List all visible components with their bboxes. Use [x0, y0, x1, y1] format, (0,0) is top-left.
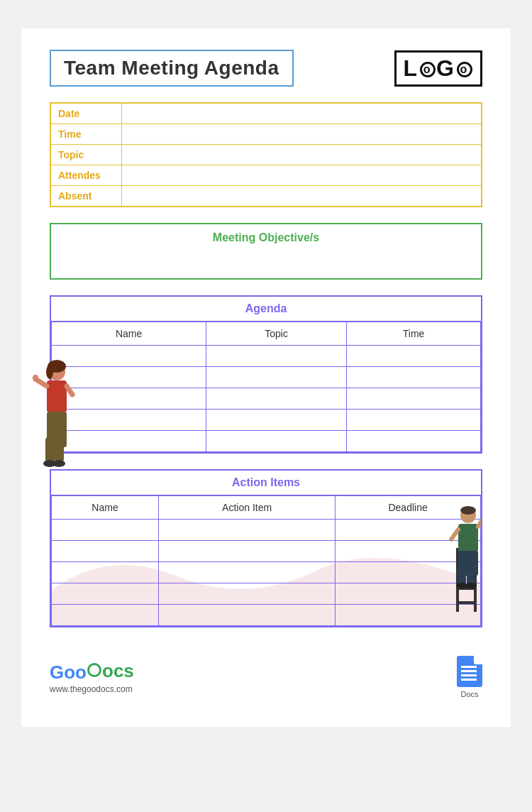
action-table: Name Action Item Deadline — [51, 495, 481, 626]
agenda-header-row: Name Topic Time — [52, 322, 481, 346]
svg-line-22 — [478, 512, 482, 527]
action-title: Action Items — [51, 471, 481, 495]
logo: LoGo — [394, 50, 482, 87]
footer-brand: Goo ocs www.thegoodocs.com — [50, 660, 134, 695]
svg-line-4 — [35, 379, 47, 386]
svg-line-21 — [451, 530, 458, 539]
agenda-title: Agenda — [51, 297, 481, 322]
table-row — [52, 583, 481, 605]
table-row — [52, 605, 481, 626]
table-row — [52, 388, 481, 410]
svg-rect-25 — [458, 566, 466, 584]
objectives-section: Meeting Objective/s — [50, 223, 482, 280]
logo-o1: o — [420, 62, 436, 77]
svg-line-5 — [67, 386, 72, 395]
table-row — [52, 520, 481, 541]
label-topic: Topic — [50, 145, 121, 165]
value-time — [121, 124, 482, 145]
logo-good: Goo — [50, 661, 87, 682]
logo-o2: o — [457, 62, 472, 77]
label-date: Date — [50, 103, 121, 124]
action-col-item: Action Item — [159, 496, 336, 520]
woman-svg — [30, 359, 79, 473]
label-absent: Absent — [50, 186, 121, 207]
logo-docs: ocs — [87, 660, 134, 682]
agenda-col-name: Name — [52, 322, 206, 346]
table-row — [52, 410, 481, 431]
value-topic — [121, 145, 482, 165]
svg-rect-3 — [47, 380, 67, 412]
svg-rect-8 — [55, 437, 64, 462]
page: Team Meeting Agenda LoGo Date Time Topic… — [21, 28, 511, 727]
gooddocs-logo-text: Goo ocs — [50, 660, 134, 684]
svg-point-2 — [46, 365, 53, 379]
svg-point-11 — [33, 375, 38, 380]
docs-icon: Docs — [457, 656, 482, 698]
logo-d-circle — [87, 663, 101, 677]
value-date — [121, 103, 482, 124]
table-row — [52, 562, 481, 583]
header: Team Meeting Agenda LoGo — [50, 50, 482, 87]
svg-rect-26 — [467, 566, 475, 584]
table-row: Topic — [50, 145, 482, 165]
man-illustration — [445, 505, 482, 612]
docs-icon-image — [457, 656, 482, 687]
table-row: Date — [50, 103, 482, 124]
agenda-section: Agenda Name Topic Time — [50, 295, 482, 454]
table-row — [52, 431, 481, 452]
table-row: Time — [50, 124, 482, 145]
agenda-col-topic: Topic — [206, 322, 347, 346]
svg-rect-20 — [458, 524, 478, 552]
svg-point-28 — [465, 583, 477, 588]
table-row — [52, 541, 481, 562]
logo-text: L — [404, 55, 420, 81]
docs-icon-label: Docs — [460, 690, 478, 698]
footer: Goo ocs www.thegoodocs.com Docs — [50, 649, 482, 698]
action-col-name: Name — [52, 496, 159, 520]
table-row: Absent — [50, 186, 482, 207]
table-row — [52, 346, 481, 367]
table-row: Attendes — [50, 165, 482, 186]
table-row — [52, 367, 481, 388]
label-attendees: Attendes — [50, 165, 121, 186]
footer-url: www.thegoodocs.com — [50, 684, 134, 694]
value-attendees — [121, 165, 482, 186]
svg-point-10 — [52, 460, 65, 467]
objectives-title: Meeting Objective/s — [61, 231, 471, 244]
man-svg — [445, 505, 482, 612]
agenda-col-time: Time — [347, 322, 481, 346]
label-time: Time — [50, 124, 121, 145]
agenda-table: Name Topic Time — [51, 322, 481, 452]
svg-rect-7 — [45, 437, 55, 462]
value-absent — [121, 186, 482, 207]
logo-g: G — [436, 55, 456, 81]
info-table: Date Time Topic Attendes Absent — [50, 102, 482, 207]
svg-point-19 — [460, 506, 476, 515]
action-section: Action Items Name Action Item Deadline — [50, 469, 482, 627]
woman-illustration — [30, 359, 79, 473]
action-header-row: Name Action Item Deadline — [52, 496, 481, 520]
svg-rect-17 — [456, 601, 477, 604]
page-title: Team Meeting Agenda — [50, 50, 294, 87]
